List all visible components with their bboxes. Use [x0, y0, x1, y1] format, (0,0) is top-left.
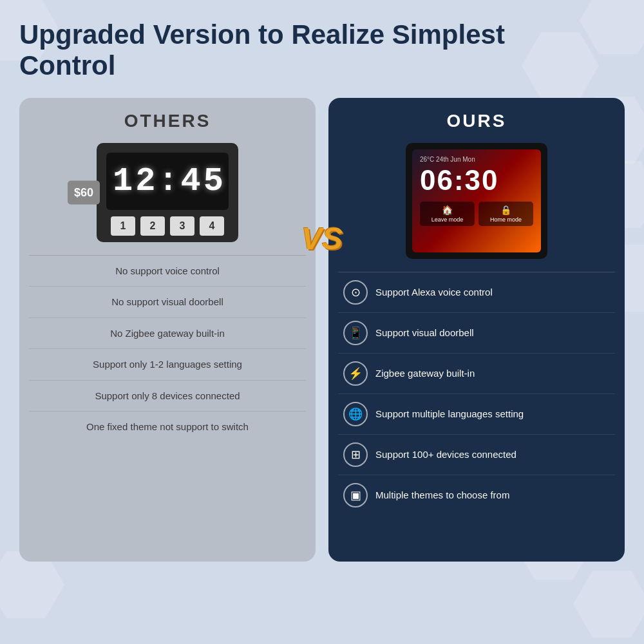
- ours-feature-3: 🌐 Support multiple languages setting: [338, 394, 615, 435]
- home-mode-icon: 🔒: [500, 205, 511, 215]
- leave-mode-icon: 🏠: [442, 205, 453, 215]
- vs-badge: VS: [301, 223, 343, 254]
- others-clock-display: 12:45: [106, 153, 229, 210]
- ours-clock-display: 06:30: [420, 164, 533, 196]
- ours-feature-2: ⚡ Zigbee gateway built-in: [338, 354, 615, 394]
- ours-feature-0: ⊙ Support Alexa voice control: [338, 272, 615, 313]
- others-feature-5: One fixed theme not support to switch: [29, 412, 306, 442]
- zigbee-icon: ⚡: [343, 361, 368, 386]
- ours-feature-text-3: Support multiple languages setting: [375, 408, 610, 421]
- ours-device-mockup: 26°C 24th Jun Mon 06:30 🏠 Leave mode 🔒 H…: [406, 143, 547, 259]
- home-mode-label: Home mode: [490, 216, 522, 223]
- alexa-icon: ⊙: [343, 280, 368, 305]
- digit-btn-3: 3: [170, 216, 194, 236]
- comparison-container: VS OTHERS $60 12:45 1 2 3 4 No support v…: [19, 98, 625, 562]
- leave-mode-label: Leave mode: [431, 216, 464, 223]
- ours-card: OURS 26°C 24th Jun Mon 06:30 🏠 Leave mod…: [328, 98, 625, 562]
- ours-feature-4: ⊞ Support 100+ devices connected: [338, 435, 615, 475]
- price-tag: $60: [68, 180, 100, 204]
- ours-weather: 26°C 24th Jun Mon: [420, 156, 533, 163]
- language-icon: 🌐: [343, 402, 368, 426]
- others-feature-2: No Zigbee gateway built-in: [29, 318, 306, 350]
- devices-icon: ⊞: [343, 442, 368, 467]
- others-card: OTHERS $60 12:45 1 2 3 4 No support voic…: [19, 98, 316, 562]
- ours-feature-text-4: Support 100+ devices connected: [375, 448, 610, 461]
- ours-feature-text-2: Zigbee gateway built-in: [375, 367, 610, 380]
- ours-feature-text-1: Support visual doorbell: [375, 327, 610, 339]
- others-feature-3: Support only 1-2 languages setting: [29, 349, 306, 381]
- others-feature-1: No support visual doorbell: [29, 287, 306, 318]
- others-heading: OTHERS: [29, 111, 306, 131]
- others-device-mockup: $60 12:45 1 2 3 4: [97, 143, 238, 242]
- ours-screen: 26°C 24th Jun Mon 06:30 🏠 Leave mode 🔒 H…: [412, 149, 541, 252]
- others-feature-0: No support voice control: [29, 256, 306, 287]
- digit-btn-4: 4: [200, 216, 224, 236]
- ours-leave-mode: 🏠 Leave mode: [420, 202, 475, 226]
- digit-btn-2: 2: [140, 216, 165, 236]
- ours-home-mode: 🔒 Home mode: [478, 202, 533, 226]
- ours-mode-buttons: 🏠 Leave mode 🔒 Home mode: [420, 202, 533, 226]
- ours-feature-text-5: Multiple themes to choose from: [375, 489, 610, 502]
- hex-5: [573, 571, 644, 638]
- ours-feature-5: ▣ Multiple themes to choose from: [338, 475, 615, 515]
- others-digit-buttons: 1 2 3 4: [106, 216, 229, 236]
- ours-feature-text-0: Support Alexa voice control: [375, 286, 610, 299]
- page-title: Upgraded Version to Realize Simplest Con…: [19, 19, 522, 82]
- others-feature-4: Support only 8 devices connected: [29, 381, 306, 412]
- themes-icon: ▣: [343, 483, 368, 507]
- ours-feature-1: 📱 Support visual doorbell: [338, 313, 615, 354]
- ours-heading: OURS: [338, 111, 615, 131]
- digit-btn-1: 1: [111, 216, 135, 236]
- doorbell-icon: 📱: [343, 321, 368, 345]
